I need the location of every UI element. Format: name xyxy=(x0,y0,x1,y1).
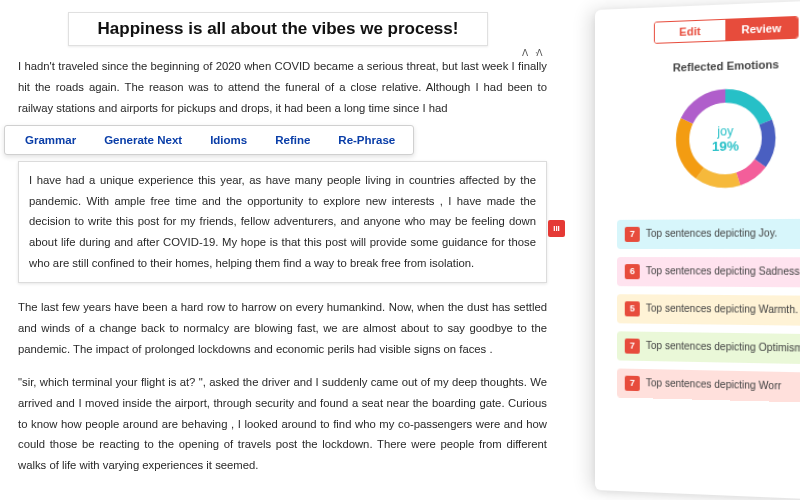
emotion-item-worry[interactable]: 7 Top sentences depicting Worr xyxy=(617,368,800,403)
paragraph-2[interactable]: I have had a unique experience this year… xyxy=(29,170,536,274)
emotion-item-text: Top sentences depicting Joy. xyxy=(646,226,777,240)
emotion-item-text: Top sentences depicting Sadness. xyxy=(646,264,800,278)
count-badge: 6 xyxy=(625,264,640,279)
count-badge: 7 xyxy=(625,376,640,391)
inline-toolbar: Grammar Generate Next Idioms Refine Re-P… xyxy=(4,125,414,155)
editor-pane: Happiness is all about the vibes we proc… xyxy=(0,0,565,500)
review-side-panel: Edit Review Reflected Emotions joy 19% 7… xyxy=(595,0,800,500)
tab-edit[interactable]: Edit xyxy=(655,20,725,43)
paragraph-1[interactable]: I hadn't traveled since the beginning of… xyxy=(18,56,547,119)
count-badge: 7 xyxy=(625,227,640,242)
paragraph-4[interactable]: "sir, which terminal your flight is at? … xyxy=(18,372,547,476)
mode-tabs: Edit Review xyxy=(654,16,799,44)
toolbar-rephrase[interactable]: Re-Phrase xyxy=(324,130,409,150)
collapse-icon[interactable]: ᐱ ᐼ xyxy=(522,48,545,58)
toolbar-refine[interactable]: Refine xyxy=(261,130,324,150)
reflected-emotions-title: Reflected Emotions xyxy=(617,56,800,75)
emotion-item-sadness[interactable]: 6 Top sentences depicting Sadness. xyxy=(617,257,800,288)
emotion-item-text: Top sentences depicting Optimism. xyxy=(646,339,800,355)
donut-emotion-label: joy xyxy=(717,123,733,138)
emotion-item-warmth[interactable]: 5 Top sentences depicting Warmth. xyxy=(617,294,800,326)
donut-emotion-pct: 19% xyxy=(712,138,739,154)
emotion-item-text: Top sentences depicting Worr xyxy=(646,376,781,392)
post-title-input[interactable]: Happiness is all about the vibes we proc… xyxy=(68,12,488,46)
emotion-item-joy[interactable]: 7 Top sentences depicting Joy. xyxy=(617,219,800,249)
emotion-item-optimism[interactable]: 7 Top sentences depicting Optimism. xyxy=(617,331,800,364)
count-badge: 7 xyxy=(625,338,640,353)
count-badge: 5 xyxy=(625,301,640,316)
toolbar-idioms[interactable]: Idioms xyxy=(196,130,261,150)
selected-paragraph-block[interactable]: I have had a unique experience this year… xyxy=(18,161,547,283)
toolbar-generate-next[interactable]: Generate Next xyxy=(90,130,196,150)
pdf-badge-text: III xyxy=(553,224,560,233)
tab-review[interactable]: Review xyxy=(725,17,797,40)
donut-center: joy 19% xyxy=(669,81,783,196)
emotion-sentence-list: 7 Top sentences depicting Joy. 6 Top sen… xyxy=(617,219,800,404)
emotion-donut-chart[interactable]: joy 19% xyxy=(617,79,800,196)
emotion-item-text: Top sentences depicting Warmth. xyxy=(646,301,798,316)
pdf-export-icon[interactable]: III xyxy=(548,220,565,237)
toolbar-grammar[interactable]: Grammar xyxy=(11,130,90,150)
paragraph-3[interactable]: The last few years have been a hard row … xyxy=(18,297,547,360)
